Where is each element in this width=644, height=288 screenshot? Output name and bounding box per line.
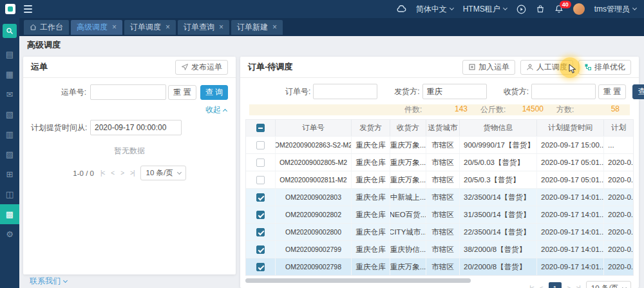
app-store-button[interactable] xyxy=(536,5,545,14)
table-row[interactable]: OM202009002800重庆仓库CITY城市...市辖区22/3500/14… xyxy=(246,223,633,240)
row-checkbox[interactable] xyxy=(256,211,265,219)
contact-us-link[interactable]: 联系我们 xyxy=(30,276,67,287)
tab-label: 订单新建 xyxy=(237,22,268,33)
first-page-icon[interactable]: |< xyxy=(100,169,104,177)
first-page-icon[interactable]: |< xyxy=(529,285,533,288)
select-all-checkbox[interactable] xyxy=(256,124,265,132)
chevron-up-icon xyxy=(223,109,227,113)
notification-count-badge: 40 xyxy=(560,1,571,8)
stat-cubic: 方数:58 xyxy=(550,104,626,115)
prev-page-icon[interactable]: < xyxy=(111,169,114,177)
table-row[interactable]: OM202009002805-M2重庆仓库重庆万象...市辖区20/5/0.03… xyxy=(246,153,633,171)
cell-pickup-time: 2020-09-17 05:01... xyxy=(537,154,604,171)
orders-query-button[interactable]: 查 询 xyxy=(632,84,644,99)
order-no-label: 订单号: xyxy=(285,86,310,97)
tab-label: 高级调度 xyxy=(77,22,108,33)
language-label: 简体中文 xyxy=(416,4,447,15)
guide-play-button[interactable] xyxy=(516,5,526,14)
order-no-input[interactable] xyxy=(313,84,377,99)
waybill-reset-button[interactable]: 重 置 xyxy=(168,85,196,100)
waybill-query-label: 查 询 xyxy=(205,87,223,98)
chevron-down-icon xyxy=(632,6,637,10)
join-waybill-button[interactable]: 加入运单 xyxy=(462,60,515,75)
report-icon: ◫ xyxy=(6,189,14,199)
next-page-icon[interactable]: > xyxy=(567,285,571,288)
prev-page-icon[interactable]: < xyxy=(540,285,543,288)
sidebar-item-message[interactable]: ✉ xyxy=(0,84,19,104)
user-avatar[interactable] xyxy=(573,3,585,15)
row-checkbox[interactable] xyxy=(256,245,265,254)
user-menu[interactable]: tms管理员 xyxy=(594,4,636,15)
sidebar-item-finance[interactable]: ⊞ xyxy=(0,164,19,184)
receiver-input[interactable] xyxy=(531,84,596,99)
sidebar-item-monitor[interactable]: ▦ xyxy=(0,64,19,84)
collapse-link[interactable]: 收起 xyxy=(32,104,227,115)
table-row[interactable]: OM202009002811-M2重庆仓库重庆万象...市辖区20/5/0.3【… xyxy=(246,171,633,188)
table-row[interactable]: OM202009002799重庆仓库重庆协信...市辖区38/2000/8【普货… xyxy=(246,240,633,258)
last-page-icon[interactable]: >| xyxy=(130,169,134,177)
row-checkbox[interactable] xyxy=(256,193,265,202)
cell-sender: 重庆仓库 xyxy=(352,206,390,223)
tab-close-icon[interactable]: × xyxy=(219,23,223,31)
tenant-selector[interactable]: HTMS租户 xyxy=(463,4,507,15)
user-name: tms管理员 xyxy=(594,4,630,15)
mouse-cursor-icon xyxy=(569,64,578,74)
next-page-icon[interactable]: > xyxy=(120,169,124,177)
sender-input[interactable] xyxy=(422,84,487,99)
notification-button[interactable]: 40 xyxy=(554,5,564,14)
cell-pickup-time: 2020-09-17 14:01... xyxy=(537,189,604,206)
cell-delivery-time: 2020-0... xyxy=(604,258,633,275)
tab-工作台[interactable]: 工作台 xyxy=(24,20,69,35)
current-page-button[interactable]: 1 xyxy=(549,282,562,288)
tab-close-icon[interactable]: × xyxy=(166,23,170,31)
row-checkbox[interactable] xyxy=(256,141,265,149)
table-row[interactable]: OM202009002798重庆仓库重庆万象...市辖区20/2000/8【普货… xyxy=(246,258,633,275)
tab-高级调度[interactable]: 高级调度× xyxy=(71,20,122,35)
language-selector[interactable]: 简体中文 xyxy=(416,4,453,15)
scrollbar-thumb[interactable] xyxy=(245,278,471,283)
col-receiver: 收货方 xyxy=(390,120,426,136)
optimize-dispatch-button[interactable]: 排单优化 xyxy=(578,60,631,75)
tab-订单调度[interactable]: 订单调度× xyxy=(124,20,176,35)
waybill-query-button[interactable]: 查 询 xyxy=(200,85,228,100)
table-row[interactable]: OM202009002802重庆仓库NEO百货...市辖区31/3500/14【… xyxy=(246,206,633,223)
sidebar-item-settings[interactable]: ⚙ xyxy=(0,224,19,244)
sidebar-item-report[interactable]: ◫ xyxy=(0,184,19,204)
chevron-down-icon xyxy=(177,169,182,174)
sidebar-item-waybill[interactable]: ▥ xyxy=(0,124,19,144)
tab-close-icon[interactable]: × xyxy=(272,23,277,31)
orders-table: 订单号 发货方 收货方 送货城市 货物信息 计划提货时间 计划 OM202009… xyxy=(245,119,634,276)
orders-page-size-select[interactable]: 10 条/页 xyxy=(586,281,631,288)
row-checkbox[interactable] xyxy=(256,263,265,271)
cell-order-no: OM202009002802 xyxy=(276,206,352,223)
sidebar-item-orders[interactable]: ▧ xyxy=(0,104,19,124)
cell-receiver: CITY城市... xyxy=(390,224,426,240)
orders-reset-button[interactable]: 重 置 xyxy=(598,84,626,99)
sidebar-item-dashboard[interactable]: ▤ xyxy=(0,44,19,64)
pickup-from-date-input[interactable] xyxy=(90,120,182,135)
cloud-sync-icon[interactable] xyxy=(396,4,406,14)
row-checkbox[interactable] xyxy=(256,176,265,184)
cell-pickup-time: 2020-09-17 14:01... xyxy=(537,258,604,275)
row-checkbox[interactable] xyxy=(256,158,265,167)
tab-close-icon[interactable]: × xyxy=(112,23,117,31)
tab-订单查询[interactable]: 订单查询× xyxy=(178,20,229,35)
menu-toggle-icon[interactable] xyxy=(24,5,32,13)
waybill-no-input[interactable] xyxy=(90,84,166,100)
cell-delivery-time: 2020-0... xyxy=(604,224,633,240)
last-page-icon[interactable]: >| xyxy=(576,285,580,288)
sidebar-item-vehicle[interactable]: ▨ xyxy=(0,144,19,164)
range-text: 1-0 / 0 xyxy=(73,169,94,177)
orders-reset-label: 重 置 xyxy=(603,86,621,97)
cell-delivery-time: 2020-0... xyxy=(604,154,633,171)
publish-waybill-button[interactable]: 发布运单 xyxy=(175,60,228,75)
table-row[interactable]: OM202009002863-S2-M2重庆仓库重庆万象...市辖区900/99… xyxy=(246,136,633,153)
manual-dispatch-button[interactable]: 人工调度 xyxy=(520,60,573,75)
sidebar-search-button[interactable] xyxy=(3,24,17,38)
row-checkbox[interactable] xyxy=(256,228,265,236)
table-row[interactable]: OM202009002803重庆仓库中新城上...市辖区32/3500/14【普… xyxy=(246,188,633,206)
waybill-panel-title: 运单 xyxy=(31,61,48,73)
tab-订单新建[interactable]: 订单新建× xyxy=(231,20,283,35)
sidebar-item-dispatch[interactable]: ▩ xyxy=(0,204,19,224)
waybill-page-size-select[interactable]: 10 条/页 xyxy=(140,166,185,180)
